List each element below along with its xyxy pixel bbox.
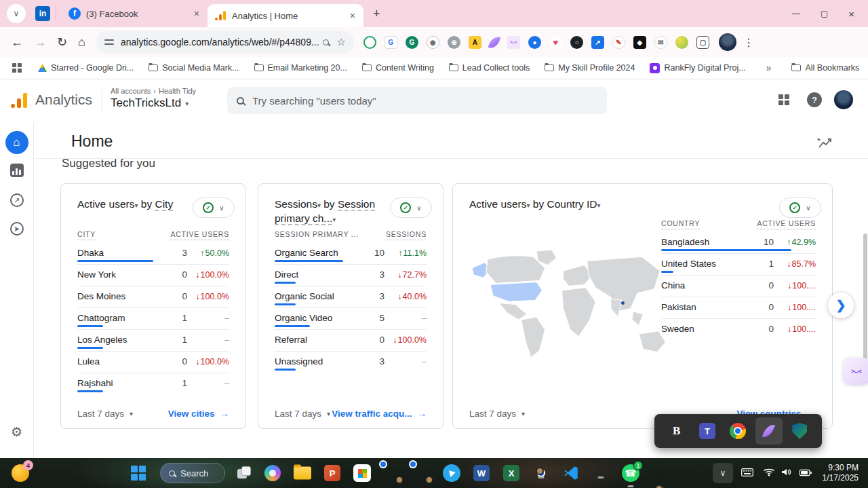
- bookmark-rankfly[interactable]: RankFly Digital Proj...: [650, 63, 745, 73]
- nav-advertising-icon[interactable]: ➤: [10, 222, 24, 236]
- tab-facebook[interactable]: f (3) Facebook ×: [62, 2, 208, 25]
- dimension-selector[interactable]: Country ID: [547, 198, 597, 210]
- tab-analytics[interactable]: Analytics | Home ×: [208, 4, 363, 27]
- row-label[interactable]: Des Moines: [77, 291, 163, 301]
- help-icon[interactable]: ?: [807, 92, 822, 107]
- date-range-selector[interactable]: Last 7 days▾: [469, 409, 525, 419]
- extension-icon[interactable]: A: [469, 36, 481, 49]
- date-range-selector[interactable]: Last 7 days▾: [77, 409, 133, 419]
- row-label[interactable]: Organic Search: [275, 248, 360, 258]
- row-label[interactable]: China: [661, 280, 749, 290]
- world-map[interactable]: [467, 246, 677, 363]
- card-status-pill[interactable]: ✓ ∨: [390, 198, 432, 218]
- extension-icon[interactable]: [363, 36, 376, 49]
- powerpoint-button[interactable]: P: [324, 465, 340, 481]
- profile-extension-icon[interactable]: ○: [570, 36, 583, 49]
- forward-button[interactable]: →: [34, 35, 46, 50]
- zoom-icon[interactable]: [323, 39, 329, 45]
- mail-extension-icon[interactable]: ✉: [654, 36, 667, 49]
- row-label[interactable]: United States: [661, 259, 749, 269]
- bookmark-folder[interactable]: Social Media Mark...: [149, 63, 239, 73]
- row-label[interactable]: Rajshahi: [77, 378, 163, 388]
- taskbar-search[interactable]: Search: [160, 463, 225, 483]
- close-tab-icon[interactable]: ×: [349, 10, 357, 21]
- column-header[interactable]: SESSIONS: [386, 230, 427, 240]
- telegram-button[interactable]: [443, 464, 460, 482]
- assistant-widget-button[interactable]: >ᴗ<: [843, 358, 868, 385]
- volume-icon[interactable]: [781, 467, 792, 479]
- column-header[interactable]: SESSION PRIMARY ...: [275, 230, 359, 238]
- pinned-tab-linkedin[interactable]: in: [35, 6, 50, 21]
- row-label[interactable]: Bangladesh: [661, 237, 749, 247]
- card-status-pill[interactable]: ✓ ∨: [779, 198, 821, 218]
- excel-button[interactable]: X: [503, 465, 519, 481]
- column-header[interactable]: CITY: [77, 230, 96, 240]
- pin-extension-icon[interactable]: ●: [528, 36, 541, 49]
- share-extension-icon[interactable]: ↗: [591, 36, 604, 49]
- account-switcher[interactable]: All accounts›Health Tidy TechTricksLtd▾: [111, 87, 196, 110]
- bookmarks-overflow-icon[interactable]: »: [766, 62, 772, 73]
- minimize-button[interactable]: —: [792, 9, 800, 18]
- metric-selector[interactable]: Active users: [77, 198, 134, 210]
- extension-icon[interactable]: ◆: [633, 36, 646, 49]
- bookmark-folder[interactable]: Email Marketing 20...: [254, 63, 347, 73]
- bookmark-folder[interactable]: My Skill Profile 2024: [545, 63, 635, 73]
- view-traffic-link[interactable]: View traffic acqu...→: [332, 409, 427, 419]
- clipboard-extension-icon[interactable]: ▢: [696, 36, 709, 49]
- translate-extension-icon[interactable]: G: [384, 36, 397, 49]
- card-status-pill[interactable]: ✓ ∨: [193, 198, 235, 218]
- grammarly-extension-icon[interactable]: G: [406, 36, 418, 49]
- globe-extension-icon[interactable]: ⊕: [448, 36, 460, 49]
- apps-grid-icon[interactable]: [12, 63, 22, 73]
- extension-icon[interactable]: [675, 36, 688, 49]
- touch-keyboard-icon[interactable]: [741, 467, 753, 479]
- dimension-selector[interactable]: City: [155, 198, 173, 211]
- maximize-button[interactable]: ▢: [821, 9, 828, 18]
- column-header[interactable]: ACTIVE USERS: [757, 219, 816, 229]
- feather-extension-icon[interactable]: [488, 35, 500, 50]
- tray-app-b[interactable]: B: [663, 417, 690, 445]
- word-button[interactable]: W: [473, 465, 490, 481]
- row-label[interactable]: Sweden: [661, 324, 749, 334]
- url-text[interactable]: analytics.google.com/analytics/web/#/p44…: [121, 37, 323, 48]
- new-tab-button[interactable]: +: [373, 7, 380, 21]
- column-header[interactable]: ACTIVE USERS: [170, 230, 229, 240]
- whatsapp-button[interactable]: ☎1: [622, 464, 639, 482]
- chrome-profile-button[interactable]: [413, 464, 431, 482]
- tray-teams[interactable]: T: [694, 417, 721, 445]
- heart-extension-icon[interactable]: ♥: [549, 36, 562, 49]
- wifi-icon[interactable]: [764, 467, 775, 479]
- view-cities-link[interactable]: View cities→: [168, 409, 229, 419]
- site-info-icon[interactable]: [104, 39, 114, 45]
- capture-extension-icon[interactable]: ◉: [427, 36, 439, 49]
- start-button[interactable]: [131, 466, 146, 481]
- insights-icon[interactable]: [816, 136, 834, 154]
- row-label[interactable]: Unassigned: [275, 356, 360, 367]
- row-label[interactable]: Organic Video: [275, 313, 360, 323]
- carousel-next-button[interactable]: ❯: [828, 293, 854, 318]
- nav-explore-icon[interactable]: ↗: [10, 193, 24, 207]
- tab-search-button[interactable]: ∨: [7, 4, 26, 23]
- row-label[interactable]: Chattogram: [77, 313, 163, 323]
- nav-home-icon[interactable]: ⌂: [5, 131, 28, 154]
- vscode-button[interactable]: [563, 465, 579, 481]
- bookmark-starred-drive[interactable]: Starred - Google Dri...: [38, 63, 134, 73]
- tray-hidden-icons-button[interactable]: ∨: [713, 463, 733, 483]
- row-label[interactable]: New York: [77, 269, 163, 280]
- file-explorer-button[interactable]: [294, 467, 311, 480]
- row-label[interactable]: Direct: [275, 269, 360, 280]
- task-view-button[interactable]: [237, 466, 251, 480]
- row-label[interactable]: Pakistan: [661, 302, 749, 312]
- metric-selector[interactable]: Active users: [469, 198, 526, 210]
- account-avatar[interactable]: [834, 90, 853, 109]
- bookmark-star-icon[interactable]: ☆: [337, 36, 346, 48]
- widgets-button[interactable]: 4: [12, 464, 29, 482]
- nav-admin-gear-icon[interactable]: ⚙: [11, 424, 22, 440]
- row-label[interactable]: Los Angeles: [77, 335, 163, 345]
- taskbar-clock[interactable]: 9:30 PM1/17/2025: [823, 463, 859, 483]
- bookmark-folder[interactable]: Lead Collect tools: [449, 63, 530, 73]
- date-range-selector[interactable]: Last 7 days▾: [275, 409, 330, 419]
- assistant-extension-icon[interactable]: >ᴗ<: [507, 36, 520, 49]
- analytics-brand[interactable]: Analytics: [35, 92, 92, 108]
- column-header[interactable]: COUNTRY: [661, 219, 700, 229]
